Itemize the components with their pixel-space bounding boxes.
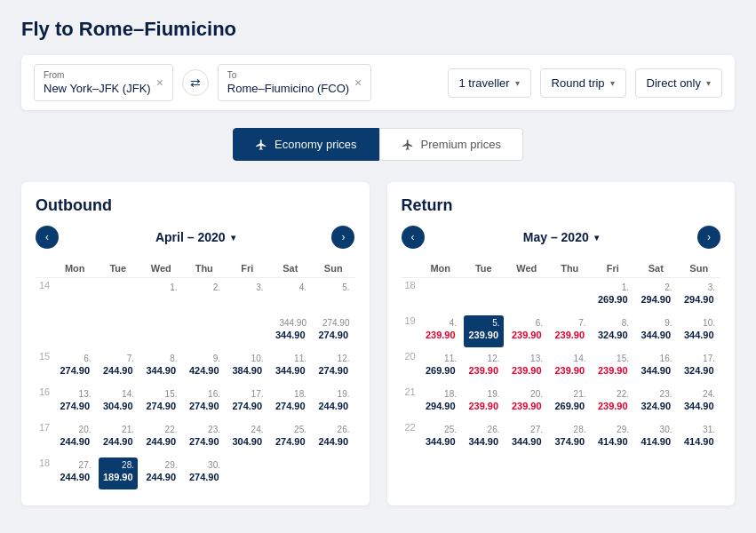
day-number: 13. [79, 389, 93, 399]
table-row[interactable]: 22.244.90 [139, 420, 183, 456]
table-row[interactable]: 9.424.90 [183, 349, 227, 385]
table-row[interactable]: 27.344.90 [505, 420, 549, 456]
table-row[interactable]: 26.344.90 [462, 420, 505, 456]
day-price: 189.90 [103, 472, 133, 482]
table-row[interactable]: 8.344.90 [139, 349, 183, 385]
return-month[interactable]: May – 2020 ▾ [523, 230, 599, 244]
return-next-button[interactable]: › [697, 226, 720, 249]
table-row[interactable]: 23.274.90 [183, 420, 227, 456]
table-row[interactable]: 22.239.90 [592, 385, 635, 420]
from-label: From [44, 70, 151, 80]
table-row[interactable]: 10.344.90 [678, 314, 721, 349]
day-number: 4. [450, 318, 458, 328]
outbound-next-button[interactable]: › [331, 226, 354, 249]
table-row[interactable]: 24.304.90 [226, 420, 269, 456]
table-row[interactable]: 19.244.90 [312, 385, 355, 420]
trip-type-dropdown[interactable]: Round trip ▾ [540, 68, 626, 98]
day-price: 239.90 [598, 365, 628, 376]
table-row[interactable]: 28.189.90 [97, 456, 140, 491]
table-row[interactable]: 12.274.90 [312, 349, 355, 385]
table-row[interactable]: 29.244.90 [139, 456, 183, 491]
from-field[interactable]: From New York–JFK (JFK) × [34, 64, 173, 101]
table-row[interactable]: 27.244.90 [53, 456, 97, 491]
day-number: 2. [213, 282, 222, 292]
outbound-month[interactable]: April – 2020 ▾ [155, 230, 235, 244]
day-price: 344.90 [684, 330, 714, 340]
day-number: 28. [574, 425, 588, 434]
table-row[interactable]: 30.274.90 [183, 456, 227, 491]
travellers-dropdown[interactable]: 1 traveller ▾ [448, 68, 531, 98]
table-row[interactable]: 3.294.90 [678, 278, 721, 314]
table-row[interactable]: 21.269.90 [548, 385, 592, 420]
day-price: 324.90 [598, 330, 628, 340]
table-row[interactable]: 21.244.90 [97, 420, 140, 456]
table-row[interactable]: 18.294.90 [419, 385, 463, 420]
table-row[interactable]: 274.90274.90 [312, 314, 355, 349]
premium-tab[interactable]: Premium prices [379, 128, 523, 161]
table-row[interactable]: 18.274.90 [269, 385, 313, 420]
table-row[interactable]: 24.344.90 [678, 385, 721, 420]
day-price: 414.90 [641, 436, 671, 447]
day-number: 3. [708, 282, 717, 292]
day-number: 26. [488, 425, 502, 434]
table-row[interactable]: 5.239.90 [462, 314, 505, 349]
table-row[interactable]: 13.274.90 [53, 385, 97, 420]
table-row[interactable]: 14.304.90 [97, 385, 140, 420]
day-number: 3. [256, 282, 265, 292]
table-row[interactable]: 19.239.90 [462, 385, 505, 420]
table-row[interactable]: 4.239.90 [419, 314, 463, 349]
table-row[interactable]: 7.244.90 [97, 349, 140, 385]
day-number: 21. [574, 389, 588, 399]
table-row[interactable]: 10.384.90 [226, 349, 269, 385]
return-prev-button[interactable]: ‹ [402, 226, 425, 249]
from-clear-button[interactable]: × [156, 76, 163, 89]
table-row [226, 456, 269, 491]
table-row[interactable]: 11.344.90 [269, 349, 313, 385]
table-row [97, 278, 140, 314]
economy-tab[interactable]: Economy prices [233, 128, 378, 161]
table-row[interactable]: 17.324.90 [678, 349, 721, 385]
table-row[interactable]: 17.274.90 [226, 385, 269, 420]
day-price: 424.90 [189, 365, 219, 376]
flight-type-dropdown[interactable]: Direct only ▾ [635, 68, 722, 98]
table-row[interactable]: 1.269.90 [592, 278, 635, 314]
table-row[interactable]: 26.244.90 [312, 420, 355, 456]
table-row[interactable]: 25.344.90 [419, 420, 463, 456]
table-row[interactable]: 9.344.90 [634, 314, 678, 349]
table-row[interactable]: 16.344.90 [634, 349, 678, 385]
day-price: 239.90 [468, 330, 498, 340]
table-row[interactable]: 15.239.90 [592, 349, 635, 385]
table-row[interactable]: 20.239.90 [505, 385, 549, 420]
table-row[interactable]: 25.274.90 [269, 420, 313, 456]
to-clear-button[interactable]: × [354, 76, 362, 89]
table-row[interactable]: 31.414.90 [678, 420, 721, 456]
day-number: 18. [294, 389, 308, 399]
table-row[interactable]: 15.274.90 [139, 385, 183, 420]
table-row[interactable]: 8.324.90 [592, 314, 635, 349]
table-row[interactable]: 7.239.90 [548, 314, 592, 349]
table-row[interactable]: 11.269.90 [419, 349, 463, 385]
table-row[interactable]: 14.239.90 [548, 349, 592, 385]
day-price: 244.90 [146, 436, 176, 447]
swap-button[interactable]: ⇄ [182, 69, 209, 96]
table-row[interactable]: 29.414.90 [592, 420, 635, 456]
table-row[interactable]: 12.239.90 [462, 349, 505, 385]
table-row[interactable]: 344.90344.90 [269, 314, 313, 349]
to-field[interactable]: To Rome–Fiumicino (FCO) × [218, 64, 371, 101]
day-number: 16. [208, 389, 222, 399]
table-row[interactable]: 13.239.90 [505, 349, 549, 385]
return-col-fri: Fri [592, 259, 635, 278]
outbound-prev-button[interactable]: ‹ [36, 226, 59, 249]
day-price: 344.90 [426, 436, 456, 447]
day-number: 344.90 [279, 318, 308, 328]
day-price: 344.90 [641, 330, 671, 340]
table-row[interactable]: 2.294.90 [634, 278, 678, 314]
table-row[interactable]: 6.239.90 [505, 314, 549, 349]
table-row[interactable]: 23.324.90 [634, 385, 678, 420]
outbound-col-thu: Thu [183, 259, 227, 278]
table-row[interactable]: 16.274.90 [183, 385, 227, 420]
table-row[interactable]: 6.274.90 [53, 349, 97, 385]
table-row[interactable]: 30.414.90 [634, 420, 678, 456]
table-row[interactable]: 28.374.90 [548, 420, 592, 456]
table-row[interactable]: 20.244.90 [53, 420, 97, 456]
